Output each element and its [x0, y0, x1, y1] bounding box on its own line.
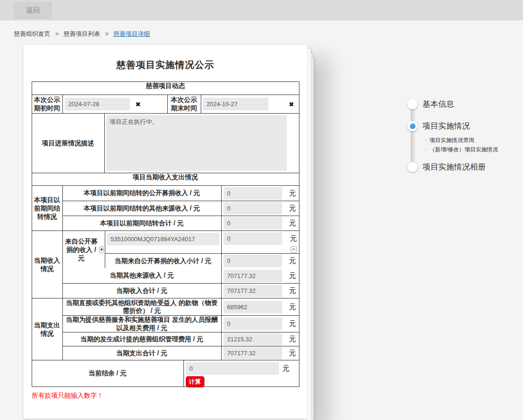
- period-start-input[interactable]: [65, 98, 130, 110]
- carryover-other-input[interactable]: [224, 202, 282, 215]
- unit-label: 元: [289, 286, 296, 295]
- step-nav: 基本信息 项目实施情况 ·项目实施情况查询 ·（新增/修改）项目实施情况 项目实…: [408, 99, 523, 172]
- substep-edit-label: （新增/修改）项目实施情况: [429, 146, 498, 153]
- period-start-cell: ✖: [62, 95, 167, 113]
- expense-total-row: 当期支出合计 / 元 元: [63, 346, 299, 360]
- section-header-project-dynamics: 慈善项目动态: [32, 82, 299, 95]
- unit-label: 元: [289, 189, 296, 198]
- income-total-row: 当期收入合计 / 元 元: [63, 283, 299, 298]
- breadcrumb: 慈善组织首页 > 慈善项目列表 > 慈善项目详细: [0, 20, 523, 45]
- donation-amount-cell: 元 -: [221, 231, 299, 253]
- carryover-other-label: 本项目以前期间结转的其他来源收入 / 元: [63, 201, 221, 216]
- unit-label: 元: [289, 335, 296, 344]
- period-end-label: 本次公示期末时间: [167, 95, 201, 113]
- section-header-income-expense: 项目当期收入支出情况: [32, 173, 299, 185]
- clear-start-date-icon[interactable]: ✖: [136, 101, 141, 108]
- carryover-public-input[interactable]: [224, 187, 282, 200]
- expense-admin-input[interactable]: [224, 333, 282, 345]
- bullet-icon: ·: [425, 146, 427, 153]
- unit-label: 元: [289, 271, 296, 280]
- donation-subtotal-row: 当期来自公开募捐的收入小计 / 元 元: [105, 253, 299, 268]
- carryover-total-label: 本项目以前期间结转合计 / 元: [63, 216, 221, 230]
- carryover-group: 本项目以前期间结转情况 本项目以前期间结转的公开募捐收入 / 元 元 本项目以前…: [32, 185, 299, 230]
- carryover-other-cell: 元: [221, 201, 299, 216]
- page-title: 慈善项目实施情况公示: [23, 59, 307, 71]
- donation-account-row: 元 -: [105, 231, 299, 253]
- step-basic-info[interactable]: 基本信息: [408, 99, 523, 109]
- expense-total-cell: 元: [221, 346, 299, 360]
- carryover-row: 本项目以前期间结转的其他来源收入 / 元 元: [63, 201, 299, 216]
- form-table: 慈善项目动态 本次公示期初时间 ✖ 本次公示期末时间 ✖: [32, 81, 299, 387]
- carryover-group-label: 本项目以前期间结转情况: [32, 186, 62, 230]
- back-button[interactable]: 返回: [14, 2, 52, 19]
- expense-payroll-input[interactable]: [224, 318, 282, 330]
- carryover-row: 本项目以前期间结转的公开募捐收入 / 元 元: [63, 186, 299, 201]
- step-basic-info-label: 基本信息: [422, 99, 454, 109]
- breadcrumb-project-list[interactable]: 慈善项目列表: [64, 30, 100, 37]
- expense-total-label: 当期支出合计 / 元: [63, 346, 221, 360]
- step-circle-icon: [408, 162, 418, 172]
- unit-label: 元: [290, 234, 297, 243]
- expense-row: 当期的发生或计提的慈善组织管理费用 / 元 元: [63, 332, 299, 346]
- top-bar: 返回: [0, 0, 523, 20]
- donation-amount-input[interactable]: [224, 232, 282, 245]
- bullet-icon: ·: [425, 137, 427, 143]
- expense-group: 当期支出情况 当期直接或委托其他组织资助给受益人 的款物（物资需折价） / 元 …: [32, 298, 299, 360]
- expense-aid-cell: 元: [221, 298, 299, 315]
- other-income-row: 当期其他来源收入 / 元 元: [63, 268, 299, 283]
- substep-implementation-edit[interactable]: ·（新增/修改）项目实施情况: [425, 145, 523, 154]
- add-row-icon[interactable]: +: [99, 246, 103, 253]
- substep-query-label: 项目实施情况查询: [429, 137, 474, 143]
- expense-payroll-label: 当期为提供慈善服务和实施慈善项目 发生的人员报酬以及相关费用 / 元: [63, 316, 221, 332]
- other-income-input[interactable]: [224, 270, 282, 282]
- progress-description-textarea[interactable]: 项目正在执行中。: [106, 115, 287, 171]
- step-implementation[interactable]: 项目实施情况: [408, 121, 523, 131]
- validation-note: 所有款项只能输入数字！: [32, 392, 307, 400]
- income-total-cell: 元: [221, 284, 299, 298]
- carryover-public-label: 本项目以前期间结转的公开募捐收入 / 元: [63, 186, 221, 201]
- expense-total-input[interactable]: [224, 347, 282, 359]
- step-album[interactable]: 项目实施情况相册: [408, 162, 523, 172]
- step-circle-icon: [408, 99, 418, 109]
- remove-row-icon[interactable]: -: [291, 246, 297, 253]
- form-card: 慈善项目实施情况公示 慈善项目动态 本次公示期初时间 ✖ 本次公示期末时间 ✖: [23, 45, 307, 419]
- expense-aid-input[interactable]: [224, 301, 282, 313]
- public-donation-label: 来自公开募捐的收入 / 元+: [63, 231, 105, 268]
- carryover-total-input[interactable]: [224, 217, 282, 230]
- expense-aid-label: 当期直接或委托其他组织资助给受益人 的款物（物资需折价） / 元: [63, 298, 221, 315]
- expense-row: 当期为提供慈善服务和实施慈善项目 发生的人员报酬以及相关费用 / 元 元: [63, 315, 299, 332]
- balance-row: 当前结余 / 元 元 计算: [32, 360, 299, 386]
- unit-label: 元: [289, 219, 296, 228]
- income-total-input[interactable]: [224, 285, 282, 297]
- donation-account-input[interactable]: [107, 233, 219, 245]
- unit-label: 元: [289, 257, 296, 265]
- donation-subtotal-label: 当期来自公开募捐的收入小计 / 元: [105, 254, 221, 268]
- unit-label: 元: [289, 204, 296, 213]
- other-income-label: 当期其他来源收入 / 元: [63, 268, 221, 283]
- clear-end-date-icon[interactable]: ✖: [289, 101, 294, 108]
- expense-row: 当期直接或委托其他组织资助给受益人 的款物（物资需折价） / 元 元: [63, 298, 299, 315]
- substep-implementation-query[interactable]: ·项目实施情况查询: [425, 135, 523, 145]
- expense-admin-cell: 元: [221, 332, 299, 346]
- progress-description-cell: 项目正在执行中。: [104, 114, 299, 173]
- breadcrumb-home[interactable]: 慈善组织首页: [14, 30, 50, 37]
- balance-input[interactable]: [186, 362, 279, 375]
- carryover-row: 本项目以前期间结转合计 / 元 元: [63, 216, 299, 230]
- other-income-cell: 元: [221, 268, 299, 283]
- carryover-total-cell: 元: [221, 216, 299, 230]
- income-group: 当期收入情况 来自公开募捐的收入 / 元+: [32, 230, 299, 298]
- balance-label: 当前结余 / 元: [32, 360, 183, 386]
- expense-payroll-cell: 元: [221, 316, 299, 332]
- public-donation-block: 来自公开募捐的收入 / 元+ 元: [63, 231, 299, 268]
- donation-account-cell: [105, 231, 221, 253]
- period-end-input[interactable]: [203, 98, 268, 110]
- progress-description-label: 项目进展情况描述: [32, 114, 104, 173]
- carryover-public-cell: 元: [221, 186, 299, 201]
- breadcrumb-separator: >: [105, 30, 109, 37]
- unit-label: 元: [289, 349, 296, 358]
- breadcrumb-project-detail[interactable]: 慈善项目详细: [114, 30, 150, 37]
- calculate-button[interactable]: 计算: [186, 376, 204, 387]
- unit-label: 元: [289, 303, 296, 312]
- period-end-cell: ✖: [201, 95, 299, 113]
- donation-subtotal-input[interactable]: [224, 255, 282, 267]
